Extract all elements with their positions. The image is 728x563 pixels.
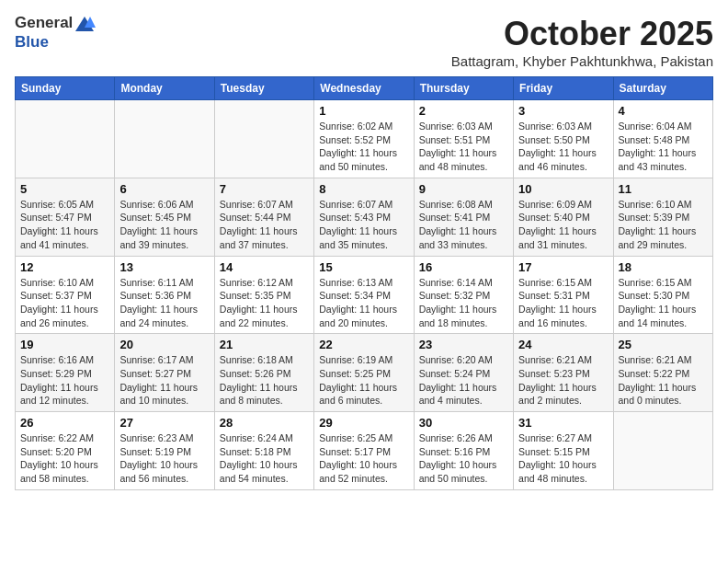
location-title: Battagram, Khyber Pakhtunkhwa, Pakistan [451,53,713,69]
calendar-cell: 9Sunrise: 6:08 AM Sunset: 5:41 PM Daylig… [414,178,513,256]
calendar-cell: 11Sunrise: 6:10 AM Sunset: 5:39 PM Dayli… [613,178,712,256]
calendar-cell: 8Sunrise: 6:07 AM Sunset: 5:43 PM Daylig… [314,178,414,256]
calendar-cell: 23Sunrise: 6:20 AM Sunset: 5:24 PM Dayli… [414,334,513,412]
calendar-cell [16,100,115,178]
day-info: Sunrise: 6:22 AM Sunset: 5:20 PM Dayligh… [20,431,109,486]
calendar-cell: 10Sunrise: 6:09 AM Sunset: 5:40 PM Dayli… [514,178,613,256]
day-number: 22 [319,338,408,351]
day-info: Sunrise: 6:11 AM Sunset: 5:36 PM Dayligh… [119,276,209,330]
calendar-cell: 28Sunrise: 6:24 AM Sunset: 5:18 PM Dayli… [214,412,313,490]
logo: General Blue [15,15,96,52]
day-number: 1 [319,104,408,118]
weekday-header-wednesday: Wednesday [314,77,414,100]
weekday-header-monday: Monday [115,77,214,100]
calendar-cell: 27Sunrise: 6:23 AM Sunset: 5:19 PM Dayli… [115,412,214,490]
day-number: 17 [518,260,608,274]
calendar-week-5: 26Sunrise: 6:22 AM Sunset: 5:20 PM Dayli… [16,412,713,490]
day-number: 8 [319,182,408,196]
weekday-header-thursday: Thursday [414,77,513,100]
calendar-cell: 16Sunrise: 6:14 AM Sunset: 5:32 PM Dayli… [414,256,513,334]
calendar-cell: 15Sunrise: 6:13 AM Sunset: 5:34 PM Dayli… [314,256,414,334]
day-info: Sunrise: 6:25 AM Sunset: 5:17 PM Dayligh… [319,431,408,486]
day-number: 13 [119,260,209,274]
logo-icon [74,15,96,33]
logo-general: General [15,14,73,31]
calendar-cell: 1Sunrise: 6:02 AM Sunset: 5:52 PM Daylig… [314,100,414,178]
day-number: 10 [518,182,608,196]
day-info: Sunrise: 6:15 AM Sunset: 5:31 PM Dayligh… [518,276,608,330]
day-number: 20 [119,338,209,351]
day-number: 31 [518,416,608,430]
calendar-cell: 7Sunrise: 6:07 AM Sunset: 5:44 PM Daylig… [214,178,313,256]
day-number: 21 [220,338,309,351]
day-number: 2 [419,104,508,118]
calendar-cell [613,412,712,490]
calendar-cell: 26Sunrise: 6:22 AM Sunset: 5:20 PM Dayli… [16,412,115,490]
calendar-cell: 21Sunrise: 6:18 AM Sunset: 5:26 PM Dayli… [214,334,313,412]
day-info: Sunrise: 6:16 AM Sunset: 5:29 PM Dayligh… [20,353,109,408]
calendar-week-1: 1Sunrise: 6:02 AM Sunset: 5:52 PM Daylig… [16,100,713,178]
day-info: Sunrise: 6:03 AM Sunset: 5:51 PM Dayligh… [419,120,508,174]
page-header: General Blue October 2025 Battagram, Khy… [15,15,713,69]
calendar-cell: 29Sunrise: 6:25 AM Sunset: 5:17 PM Dayli… [314,412,414,490]
calendar-cell: 22Sunrise: 6:19 AM Sunset: 5:25 PM Dayli… [314,334,414,412]
title-block: October 2025 Battagram, Khyber Pakhtunkh… [451,15,713,69]
calendar-cell: 18Sunrise: 6:15 AM Sunset: 5:30 PM Dayli… [613,256,712,334]
day-number: 25 [619,338,708,351]
day-info: Sunrise: 6:21 AM Sunset: 5:22 PM Dayligh… [619,353,708,408]
day-info: Sunrise: 6:04 AM Sunset: 5:48 PM Dayligh… [619,120,708,174]
day-info: Sunrise: 6:07 AM Sunset: 5:44 PM Dayligh… [220,198,309,252]
day-number: 19 [20,338,109,351]
day-info: Sunrise: 6:20 AM Sunset: 5:24 PM Dayligh… [419,353,508,408]
month-title: October 2025 [451,15,713,53]
day-info: Sunrise: 6:12 AM Sunset: 5:35 PM Dayligh… [220,276,309,330]
calendar-cell: 14Sunrise: 6:12 AM Sunset: 5:35 PM Dayli… [214,256,313,334]
day-info: Sunrise: 6:14 AM Sunset: 5:32 PM Dayligh… [419,276,508,330]
calendar-week-4: 19Sunrise: 6:16 AM Sunset: 5:29 PM Dayli… [16,334,713,412]
calendar-cell [115,100,214,178]
day-info: Sunrise: 6:08 AM Sunset: 5:41 PM Dayligh… [419,198,508,252]
calendar-table: SundayMondayTuesdayWednesdayThursdayFrid… [15,76,713,490]
day-info: Sunrise: 6:26 AM Sunset: 5:16 PM Dayligh… [419,431,508,486]
day-info: Sunrise: 6:03 AM Sunset: 5:50 PM Dayligh… [518,120,608,174]
day-number: 29 [319,416,408,430]
day-info: Sunrise: 6:10 AM Sunset: 5:39 PM Dayligh… [619,198,708,252]
day-info: Sunrise: 6:02 AM Sunset: 5:52 PM Dayligh… [319,120,408,174]
day-info: Sunrise: 6:19 AM Sunset: 5:25 PM Dayligh… [319,353,408,408]
day-number: 26 [20,416,109,430]
weekday-header-friday: Friday [514,77,613,100]
calendar-cell: 13Sunrise: 6:11 AM Sunset: 5:36 PM Dayli… [115,256,214,334]
calendar-cell: 12Sunrise: 6:10 AM Sunset: 5:37 PM Dayli… [16,256,115,334]
day-number: 18 [619,260,708,274]
day-number: 6 [119,182,209,196]
calendar-cell: 6Sunrise: 6:06 AM Sunset: 5:45 PM Daylig… [115,178,214,256]
calendar-cell: 2Sunrise: 6:03 AM Sunset: 5:51 PM Daylig… [414,100,513,178]
day-number: 12 [20,260,109,274]
day-number: 24 [518,338,608,351]
day-number: 11 [619,182,708,196]
day-info: Sunrise: 6:17 AM Sunset: 5:27 PM Dayligh… [119,353,209,408]
weekday-header-tuesday: Tuesday [214,77,313,100]
weekday-header-saturday: Saturday [613,77,712,100]
day-number: 3 [518,104,608,118]
day-info: Sunrise: 6:21 AM Sunset: 5:23 PM Dayligh… [518,353,608,408]
calendar-cell: 20Sunrise: 6:17 AM Sunset: 5:27 PM Dayli… [115,334,214,412]
day-number: 30 [419,416,508,430]
calendar-cell: 5Sunrise: 6:05 AM Sunset: 5:47 PM Daylig… [16,178,115,256]
day-number: 7 [220,182,309,196]
day-info: Sunrise: 6:27 AM Sunset: 5:15 PM Dayligh… [518,431,608,486]
day-info: Sunrise: 6:10 AM Sunset: 5:37 PM Dayligh… [20,276,109,330]
calendar-cell: 3Sunrise: 6:03 AM Sunset: 5:50 PM Daylig… [514,100,613,178]
day-number: 28 [220,416,309,430]
day-number: 4 [619,104,708,118]
day-info: Sunrise: 6:13 AM Sunset: 5:34 PM Dayligh… [319,276,408,330]
day-info: Sunrise: 6:05 AM Sunset: 5:47 PM Dayligh… [20,198,109,252]
calendar-cell: 19Sunrise: 6:16 AM Sunset: 5:29 PM Dayli… [16,334,115,412]
calendar-cell: 17Sunrise: 6:15 AM Sunset: 5:31 PM Dayli… [514,256,613,334]
day-number: 15 [319,260,408,274]
logo-text: General Blue [15,15,96,52]
day-number: 16 [419,260,508,274]
day-info: Sunrise: 6:18 AM Sunset: 5:26 PM Dayligh… [220,353,309,408]
day-info: Sunrise: 6:06 AM Sunset: 5:45 PM Dayligh… [119,198,209,252]
logo-blue: Blue [15,33,96,52]
